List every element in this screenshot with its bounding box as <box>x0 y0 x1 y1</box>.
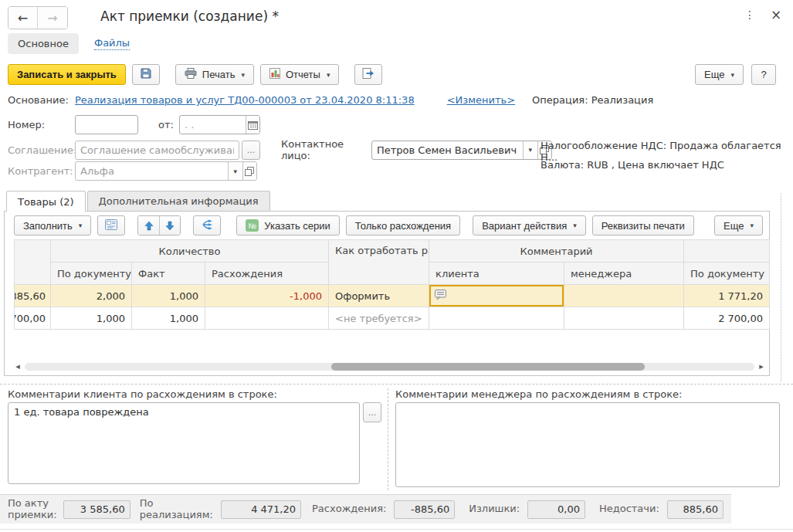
cell-resolve[interactable]: Оформить <box>329 285 429 307</box>
total-sales-value: 4 471,20 <box>221 500 301 519</box>
total-act-label: По акту приемки: <box>8 498 56 521</box>
chevron-down-icon: ▾ <box>327 71 330 79</box>
cell-resolve[interactable]: <не требуется> <box>329 307 429 330</box>
total-surplus-label: Излишки: <box>469 503 520 515</box>
detail-tabs: Товары (2) Дополнительная информация <box>6 191 270 211</box>
table-row: 2 700,00 1,000 1,000 <не требуется> 2 70… <box>15 307 770 330</box>
col-header-empty <box>15 240 51 285</box>
cell-client-comment[interactable] <box>429 307 564 330</box>
edit-form-button[interactable] <box>97 215 125 236</box>
counterparty-input[interactable] <box>76 162 228 180</box>
close-icon[interactable]: × <box>768 7 784 22</box>
goods-panel: Заполнить ▾ № Указать серии Только расхо… <box>4 211 770 376</box>
scrollbar-track[interactable] <box>25 363 754 371</box>
basis-document-link[interactable]: Реализация товаров и услуг ТД00-000003 о… <box>75 94 415 106</box>
date-field-wrap <box>179 115 260 134</box>
cell-qty-diff[interactable]: -1,000 <box>205 285 329 307</box>
total-diff-value: -885,60 <box>394 500 455 519</box>
number-input[interactable] <box>76 116 137 134</box>
col-header-diff: Расхождения <box>205 263 329 285</box>
basis-label: Основание: <box>8 94 75 106</box>
cell-qty-diff[interactable] <box>205 307 329 330</box>
total-shortage-label: Недостачи: <box>599 503 659 515</box>
counterparty-dropdown-button[interactable]: ▾ <box>228 162 242 180</box>
nav-item-main[interactable]: Основное <box>8 33 79 54</box>
fill-button[interactable]: Заполнить ▾ <box>14 215 91 236</box>
help-button[interactable]: ? <box>751 64 776 85</box>
section-nav: Основное Файлы <box>8 33 130 54</box>
date-input[interactable] <box>180 116 246 134</box>
calendar-icon[interactable] <box>246 116 259 134</box>
table-row: 885,60 2,000 1,000 -1,000 Оформить 1 771… <box>15 285 770 307</box>
agreement-ellipsis-button[interactable]: ... <box>242 141 260 160</box>
chevron-down-icon: ▾ <box>241 71 245 79</box>
number-label: Номер: <box>8 119 75 130</box>
scroll-left-icon[interactable]: ◂ <box>14 361 22 371</box>
contact-label: Контактное лицо: <box>281 138 368 161</box>
scroll-right-icon[interactable]: ▸ <box>757 361 765 371</box>
comments-splitter[interactable] <box>388 388 388 490</box>
only-discrepancies-button[interactable]: Только расхождения <box>346 215 460 236</box>
nav-item-files[interactable]: Файлы <box>94 37 130 50</box>
cell-sum[interactable]: 885,60 <box>15 285 51 307</box>
horizontal-scrollbar: ◂ ▸ <box>14 361 765 372</box>
col-header-by-doc: По документу <box>51 263 132 285</box>
horizontal-splitter[interactable] <box>0 384 793 385</box>
create-based-on-button[interactable] <box>354 64 382 85</box>
counterparty-row: Контрагент: ▾ <box>8 161 257 181</box>
tab-goods[interactable]: Товары (2) <box>6 191 86 212</box>
report-icon <box>269 68 280 81</box>
reports-label: Отчеты <box>286 69 320 80</box>
printer-icon <box>185 68 197 81</box>
cell-amount-by-doc[interactable]: 2 700,00 <box>684 307 770 330</box>
forward-arrow-icon[interactable]: → <box>38 7 67 29</box>
cell-amount-by-doc[interactable]: 1 771,20 <box>684 285 770 307</box>
print-label: Печать <box>202 69 236 80</box>
cell-sum[interactable]: 2 700,00 <box>15 307 51 330</box>
save-and-close-button[interactable]: Записать и закрыть <box>8 64 126 85</box>
print-button[interactable]: Печать ▾ <box>175 64 254 85</box>
command-bar: Записать и закрыть Печать ▾ Отчеты ▾ <box>8 64 382 85</box>
cell-client-comment[interactable] <box>429 285 564 307</box>
agreement-input[interactable] <box>76 141 239 159</box>
scrollbar-thumb[interactable] <box>331 363 645 371</box>
action-variant-button[interactable]: Вариант действия ▾ <box>473 215 586 236</box>
back-arrow-icon[interactable]: ← <box>8 7 38 29</box>
kebab-menu-icon[interactable]: ⋮ <box>743 8 757 21</box>
table-toolbar: Заполнить ▾ № Указать серии Только расхо… <box>5 212 769 239</box>
open-icon[interactable] <box>242 162 257 180</box>
vat-info-line2: Валюта: RUB , Цена включает НДС <box>541 159 724 171</box>
vertical-splitter[interactable] <box>781 193 781 382</box>
cell-qty-by-doc[interactable]: 1,000 <box>51 307 132 330</box>
cell-qty-by-doc[interactable]: 2,000 <box>51 285 132 307</box>
cell-manager-comment[interactable] <box>564 285 684 307</box>
share-button[interactable] <box>193 215 221 236</box>
tab-extra-info[interactable]: Дополнительная информация <box>87 191 270 211</box>
more-button[interactable]: Еще ▾ <box>695 64 744 85</box>
client-comment-textarea[interactable]: 1 ед. товара повреждена <box>8 402 360 484</box>
print-details-button[interactable]: Реквизиты печати <box>592 215 694 236</box>
number-field-wrap <box>75 115 138 134</box>
agreement-label: Соглашение: <box>8 144 75 156</box>
operation-text: Операция: Реализация <box>532 94 653 106</box>
chevron-down-icon: ▾ <box>79 222 83 229</box>
cell-qty-fact[interactable]: 1,000 <box>132 307 205 330</box>
agreement-row: Соглашение: ... Контактное лицо: ▾ <box>8 138 552 161</box>
chevron-down-icon: ▾ <box>750 222 754 229</box>
total-surplus-value: 0,00 <box>527 500 585 519</box>
table-more-button[interactable]: Еще ▾ <box>714 215 763 236</box>
move-up-icon[interactable] <box>138 216 159 235</box>
manager-comment-textarea[interactable] <box>395 402 780 487</box>
cell-qty-fact[interactable]: 1,000 <box>132 285 205 307</box>
client-comment-ellipsis-button[interactable]: ... <box>363 402 381 422</box>
set-series-button[interactable]: № Указать серии <box>236 215 339 236</box>
reports-button[interactable]: Отчеты ▾ <box>260 64 339 85</box>
counterparty-field-wrap: ▾ <box>75 161 257 181</box>
save-button[interactable] <box>132 64 160 85</box>
move-down-icon[interactable] <box>159 216 180 235</box>
change-link[interactable]: <Изменить> <box>447 94 515 106</box>
cell-manager-comment[interactable] <box>564 307 684 330</box>
contact-input[interactable] <box>372 141 523 159</box>
fill-label: Заполнить <box>23 220 73 232</box>
contact-dropdown-button[interactable]: ▾ <box>523 141 537 159</box>
